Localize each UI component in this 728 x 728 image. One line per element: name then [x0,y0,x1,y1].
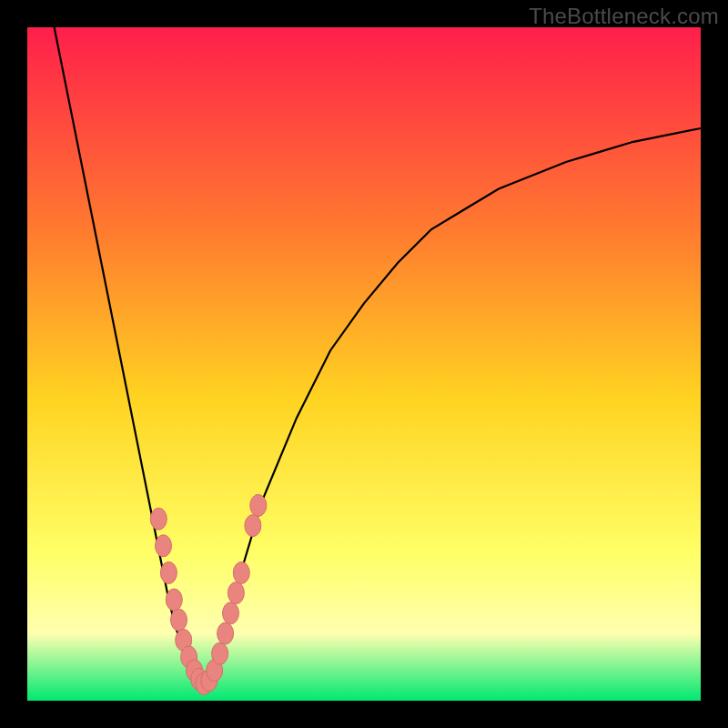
chart-marker [250,494,267,516]
chart-marker [150,508,167,530]
chart-background-gradient [27,27,701,701]
chart-marker [223,602,239,624]
outer-frame: TheBottleneck.com [0,0,728,728]
chart-marker [212,642,228,664]
watermark-text: TheBottleneck.com [529,4,719,29]
chart-marker [156,535,172,557]
chart-marker [217,622,234,644]
chart-marker [228,582,244,604]
chart-marker [160,561,177,583]
chart-marker [171,609,187,631]
chart-plot-area [27,27,701,701]
chart-marker [233,561,249,583]
chart-svg [27,27,701,701]
chart-marker [166,589,182,611]
chart-marker [245,515,261,537]
